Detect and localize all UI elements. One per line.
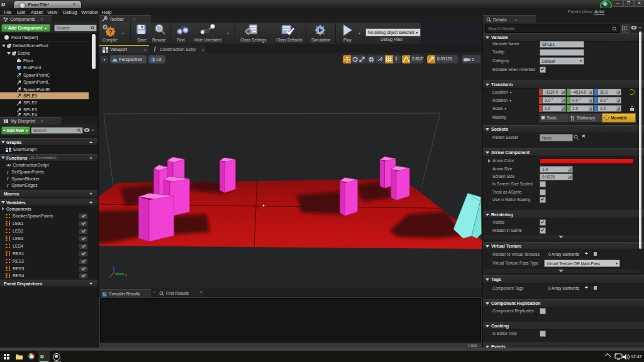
svg-text:y: y <box>125 273 127 277</box>
svg-text:?: ? <box>108 28 113 36</box>
svg-text:x: x <box>109 275 111 278</box>
